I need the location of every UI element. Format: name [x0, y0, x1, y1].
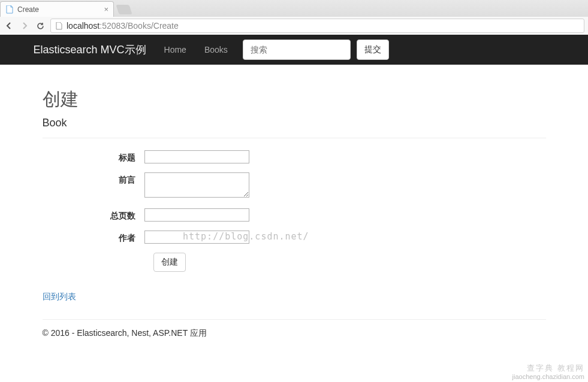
- url-domain: localhost: [67, 21, 99, 31]
- create-button[interactable]: 创建: [153, 253, 186, 272]
- form-group-pages: 总页数: [43, 208, 546, 222]
- search-input[interactable]: [243, 40, 351, 60]
- forward-button[interactable]: [19, 20, 30, 31]
- tab-favicon-icon: [5, 5, 14, 14]
- tab-title: Create: [17, 5, 39, 14]
- textarea-intro[interactable]: [144, 172, 249, 198]
- input-pages[interactable]: [144, 208, 249, 222]
- browser-toolbar: localhost:52083/Books/Create: [0, 17, 588, 35]
- create-form: 标题 前言 总页数 作者: [43, 150, 546, 272]
- form-group-author: 作者: [43, 231, 546, 244]
- footer-text: © 2016 - Elasticsearch, Nest, ASP.NET 应用: [43, 328, 546, 351]
- bottom-watermark: 查字典 教程网 jiaocheng.chazidian.com: [512, 363, 584, 381]
- browser-chrome: Create × localhost:52083/Books/Create: [0, 0, 588, 35]
- form-group-intro: 前言: [43, 172, 546, 199]
- new-tab-button[interactable]: [116, 5, 132, 14]
- page-subtitle: Book: [43, 117, 546, 129]
- tab-strip: Create ×: [0, 0, 588, 17]
- navbar-brand[interactable]: Elasticsearch MVC示例: [34, 43, 155, 57]
- page-icon: [55, 22, 63, 30]
- navbar: Elasticsearch MVC示例 Home Books 提交: [0, 35, 588, 65]
- page-title: 创建: [43, 87, 546, 112]
- label-title: 标题: [43, 150, 144, 163]
- url-path: :52083/Books/Create: [99, 21, 179, 31]
- nav-link-books[interactable]: Books: [195, 45, 237, 54]
- browser-tab[interactable]: Create ×: [0, 1, 114, 17]
- input-title[interactable]: [144, 150, 249, 163]
- footer-divider: [43, 319, 546, 320]
- tab-close-icon[interactable]: ×: [104, 5, 108, 13]
- page-body: Elasticsearch MVC示例 Home Books 提交 创建 Boo…: [0, 35, 588, 382]
- label-intro: 前言: [43, 172, 144, 186]
- address-bar[interactable]: localhost:52083/Books/Create: [50, 19, 584, 33]
- main-container: 创建 Book 标题 前言 总页数: [34, 65, 555, 351]
- label-author: 作者: [43, 231, 144, 244]
- search-submit-button[interactable]: 提交: [357, 40, 389, 60]
- divider: [43, 138, 546, 138]
- form-group-title: 标题: [43, 150, 546, 163]
- bottom-watermark-cn: 查字典 教程网: [512, 363, 584, 373]
- nav-link-home[interactable]: Home: [155, 45, 195, 54]
- back-button[interactable]: [4, 20, 14, 31]
- input-author[interactable]: [144, 231, 249, 244]
- reload-button[interactable]: [35, 20, 46, 31]
- form-group-submit: 创建: [43, 253, 546, 272]
- label-pages: 总页数: [43, 208, 144, 222]
- back-to-list-link[interactable]: 回到列表: [43, 292, 76, 302]
- bottom-watermark-en: jiaocheng.chazidian.com: [512, 373, 584, 381]
